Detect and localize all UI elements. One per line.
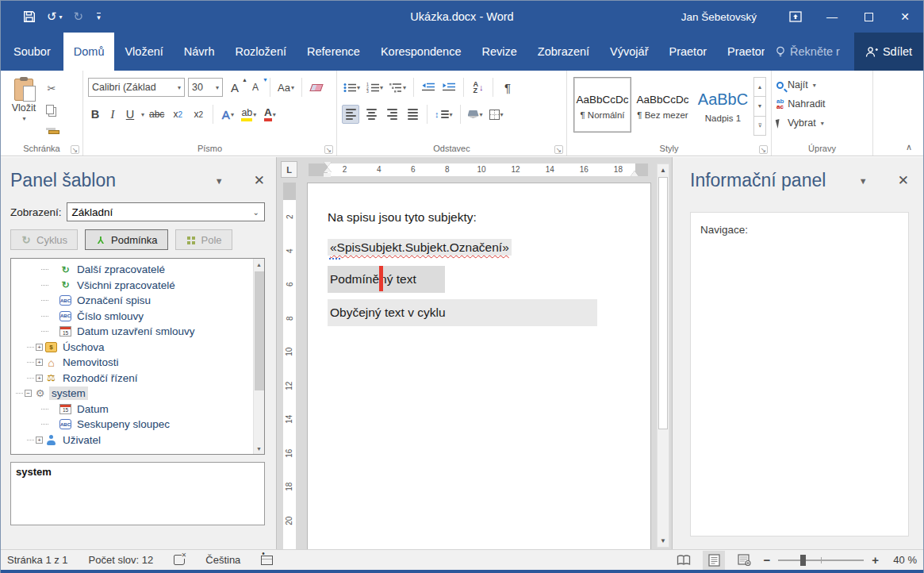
- share-button[interactable]: Sdílet: [854, 33, 923, 71]
- tree-expand-toggle[interactable]: +: [36, 359, 43, 366]
- format-painter-button[interactable]: [42, 121, 61, 138]
- select-button[interactable]: Vybrat▾: [776, 113, 869, 133]
- tree-item[interactable]: + Rozhodčí řízení: [14, 371, 251, 386]
- tree-item[interactable]: Označení spisu: [14, 293, 251, 309]
- redo-button[interactable]: ↻: [74, 10, 84, 24]
- scroll-down-icon[interactable]: ▼: [658, 535, 669, 547]
- replace-button[interactable]: abacNahradit: [776, 94, 869, 113]
- ribbon-tab[interactable]: Vývojář: [600, 33, 658, 71]
- vertical-ruler[interactable]: 246810121416182022: [283, 183, 296, 549]
- tree-scrollbar[interactable]: ▲ ▼: [253, 259, 264, 454]
- ribbon-tab[interactable]: Revize: [471, 33, 527, 71]
- close-button[interactable]: ✕: [887, 1, 923, 33]
- scroll-up-icon[interactable]: ▲: [254, 259, 264, 270]
- show-hide-marks-button[interactable]: ¶: [499, 78, 516, 97]
- template-panel-menu-button[interactable]: ▼: [215, 176, 224, 186]
- template-action-button[interactable]: Cyklus: [10, 229, 78, 250]
- font-size-combobox[interactable]: 30▾: [188, 78, 223, 97]
- ribbon-tab[interactable]: Soubor: [1, 33, 63, 71]
- ribbon-display-options-button[interactable]: [777, 1, 814, 33]
- horizontal-ruler[interactable]: 24681012141618: [309, 163, 648, 176]
- ribbon-tab[interactable]: Návrh: [174, 33, 225, 71]
- document-scrollbar[interactable]: ▲ ▼: [657, 163, 669, 548]
- align-right-button[interactable]: [383, 105, 401, 124]
- underline-dropdown-icon[interactable]: ▾: [141, 111, 144, 118]
- font-dialog-launcher[interactable]: ↘: [324, 145, 333, 154]
- paragraph-dialog-launcher[interactable]: ↘: [554, 145, 563, 154]
- ribbon-tab[interactable]: Rozložení: [225, 33, 297, 71]
- style-card[interactable]: AaBbCcDc ¶ Bez mezer: [634, 77, 692, 133]
- line-spacing-button[interactable]: ↕▾: [433, 105, 454, 124]
- collapse-ribbon-button[interactable]: ∧: [906, 142, 912, 152]
- multilevel-list-button[interactable]: ▾: [388, 78, 408, 97]
- tab-selector-button[interactable]: L: [281, 161, 297, 178]
- zoom-out-button[interactable]: −: [763, 553, 770, 567]
- find-button[interactable]: Najít▾: [776, 75, 869, 94]
- bullets-button[interactable]: ▾: [342, 78, 362, 97]
- left-indent-marker[interactable]: [323, 162, 332, 177]
- zoom-percentage[interactable]: 40 %: [887, 554, 917, 566]
- scroll-down-icon[interactable]: ▼: [254, 443, 264, 454]
- template-panel-close-button[interactable]: ✕: [254, 172, 265, 189]
- info-panel-close-button[interactable]: ✕: [898, 172, 909, 189]
- minimize-button[interactable]: —: [814, 1, 850, 33]
- tree-item[interactable]: + Uživatel: [14, 433, 251, 448]
- paragraph-intro[interactable]: Na spisu jsou tyto subjekty:: [328, 206, 650, 229]
- template-action-button[interactable]: Pole: [175, 229, 232, 250]
- font-color-button[interactable]: A▾: [261, 105, 278, 124]
- zoom-slider-thumb[interactable]: [800, 555, 806, 566]
- styles-dialog-launcher[interactable]: ↘: [759, 145, 768, 154]
- underline-button[interactable]: U: [123, 105, 137, 124]
- styles-scroll-up-button[interactable]: ▲: [754, 78, 765, 97]
- tree-expand-toggle[interactable]: +: [36, 344, 43, 351]
- borders-button[interactable]: ▾: [488, 105, 505, 124]
- italic-button[interactable]: I: [105, 105, 120, 124]
- merge-field[interactable]: «SpisSubjekt.Subjekt.Označení»: [328, 239, 512, 256]
- cycle-text-line[interactable]: Obyčejný text v cyklu: [328, 299, 650, 326]
- ribbon-tab[interactable]: Vložení: [114, 33, 173, 71]
- info-panel-menu-button[interactable]: ▼: [859, 176, 868, 186]
- undo-button[interactable]: ↺▾: [47, 10, 63, 24]
- tree-item[interactable]: − system: [14, 386, 251, 402]
- read-mode-button[interactable]: [673, 551, 695, 570]
- shrink-font-button[interactable]: A▼: [247, 78, 264, 97]
- print-layout-button[interactable]: [703, 551, 725, 570]
- superscript-button[interactable]: x2: [190, 105, 207, 124]
- style-card[interactable]: AaBbC Nadpis 1: [694, 77, 752, 133]
- web-layout-button[interactable]: [733, 551, 755, 570]
- cut-button[interactable]: ✂: [42, 80, 61, 97]
- signed-in-user[interactable]: Jan Šebetovský: [681, 11, 757, 23]
- decrease-indent-button[interactable]: [420, 78, 437, 97]
- styles-scroll-down-button[interactable]: ▼: [754, 97, 765, 116]
- tree-item[interactable]: Datum uzavření smlouvy: [14, 324, 251, 340]
- tree-item[interactable]: Další zpracovatelé: [14, 262, 251, 278]
- zoom-in-button[interactable]: +: [872, 553, 879, 567]
- ribbon-tab[interactable]: Praetor: [658, 33, 717, 71]
- clear-formatting-button[interactable]: [308, 78, 325, 97]
- sort-button[interactable]: AZ↓: [470, 78, 487, 97]
- proofing-errors-icon[interactable]: [174, 555, 185, 565]
- shading-button[interactable]: ▾: [466, 105, 485, 124]
- numbering-button[interactable]: 123▾: [365, 78, 385, 97]
- language-indicator[interactable]: Čeština: [205, 554, 240, 566]
- document-page[interactable]: Na spisu jsou tyto subjekty: «SpisSubjek…: [307, 183, 651, 549]
- tree-item[interactable]: Seskupeny sloupec: [14, 417, 251, 433]
- customize-qat-button[interactable]: ▾: [94, 13, 101, 21]
- justify-button[interactable]: [404, 105, 421, 124]
- align-left-button[interactable]: [342, 105, 359, 124]
- ribbon-tab[interactable]: Reference: [297, 33, 370, 71]
- tree-expand-toggle[interactable]: +: [36, 375, 43, 382]
- merge-field-line[interactable]: «SpisSubjekt.Subjekt.Označení»: [328, 236, 650, 260]
- tree-item[interactable]: + Úschova: [14, 340, 251, 356]
- styles-more-button[interactable]: ⊽: [754, 117, 765, 135]
- conditional-text-line[interactable]: Podmíněný text: [328, 266, 650, 293]
- style-card[interactable]: AaBbCcDc ¶ Normální: [573, 77, 631, 133]
- tree-expand-toggle[interactable]: +: [36, 436, 43, 444]
- clipboard-dialog-launcher[interactable]: ↘: [71, 145, 79, 154]
- strikethrough-button[interactable]: abc: [148, 105, 166, 124]
- scroll-up-icon[interactable]: ▲: [658, 164, 669, 176]
- paste-button[interactable]: Vložit ▾: [6, 75, 42, 138]
- bold-button[interactable]: B: [88, 105, 102, 124]
- grow-font-button[interactable]: A▲: [226, 78, 243, 97]
- tree-expand-toggle[interactable]: −: [25, 390, 32, 397]
